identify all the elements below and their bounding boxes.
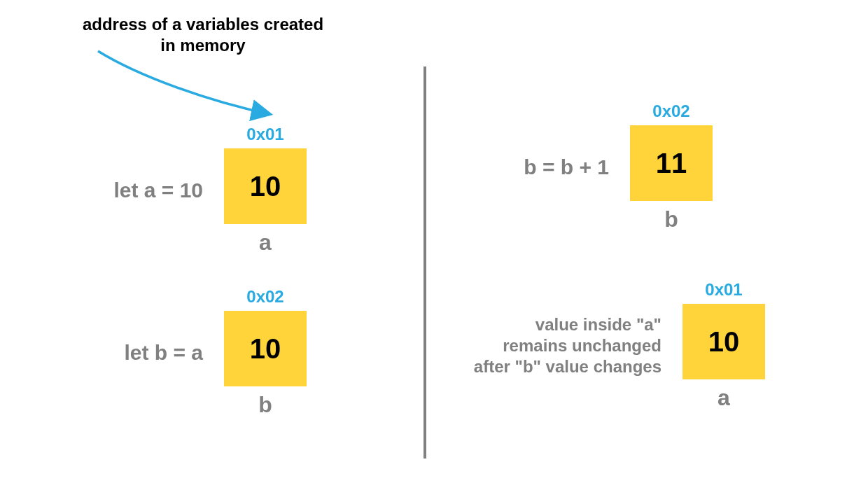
callout-line1: address of a variables created — [70, 14, 336, 35]
cell-label: let a = 10 — [98, 177, 203, 204]
memory-box: 0x02 11 b — [630, 102, 713, 232]
cell-label: let b = a — [102, 340, 203, 366]
memory-value: 10 — [224, 148, 307, 224]
cell-a-unchanged: value inside "a" remains unchanged after… — [451, 280, 765, 411]
cell-let-b: let b = a 0x02 10 b — [102, 287, 307, 418]
cell-label-line2: remains unchanged — [451, 335, 662, 356]
cell-let-a: let a = 10 0x01 10 a — [98, 125, 307, 255]
cell-label: value inside "a" remains unchanged after… — [451, 314, 662, 377]
memory-value: 11 — [630, 125, 713, 201]
memory-var-name: b — [664, 206, 678, 232]
memory-address: 0x01 — [705, 280, 742, 300]
memory-value: 10 — [682, 304, 765, 379]
memory-address: 0x02 — [652, 102, 690, 121]
memory-box: 0x02 10 b — [224, 287, 307, 418]
cell-b-increment: b = b + 1 0x02 11 b — [490, 102, 713, 232]
memory-var-name: a — [718, 385, 730, 411]
cell-label-line3: after "b" value changes — [451, 356, 662, 377]
memory-var-name: a — [259, 230, 272, 255]
cell-label-line1: value inside "a" — [451, 314, 662, 335]
memory-var-name: b — [258, 392, 272, 418]
vertical-divider — [424, 66, 426, 458]
memory-box: 0x01 10 a — [682, 280, 765, 411]
callout-line2: in memory — [70, 35, 336, 56]
memory-value: 10 — [224, 311, 307, 386]
memory-address: 0x02 — [246, 287, 284, 307]
cell-label: b = b + 1 — [490, 154, 609, 181]
callout-text: address of a variables created in memory — [70, 14, 336, 56]
memory-box: 0x01 10 a — [224, 125, 307, 255]
memory-address: 0x01 — [246, 125, 284, 144]
